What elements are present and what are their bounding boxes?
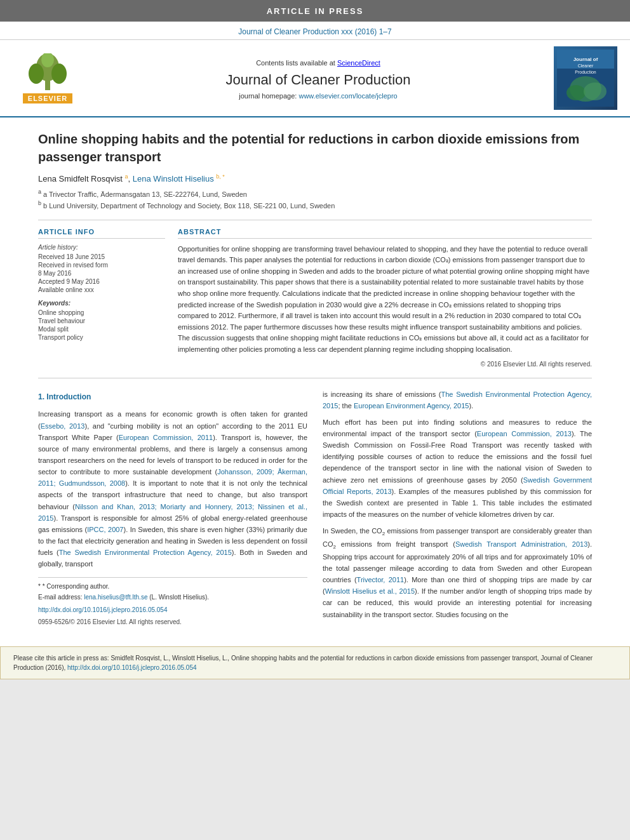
ref-ec2013[interactable]: European Commission, 2013 xyxy=(477,430,572,437)
received-date: Received 18 June 2015 xyxy=(38,253,165,260)
ref-sepa2015[interactable]: The Swedish Environmental Protection Age… xyxy=(59,549,232,556)
author1-sup: a xyxy=(125,173,128,180)
svg-point-2 xyxy=(29,63,44,84)
revised-label: Received in revised form xyxy=(38,262,165,269)
elsevier-label: ELSEVIER xyxy=(23,93,72,103)
author2-sup: b, * xyxy=(216,173,225,180)
main-content: Online shopping habits and the potential… xyxy=(0,117,630,640)
author1-name: Lena Smidfelt Rosqvist xyxy=(38,174,123,183)
svg-text:Production: Production xyxy=(575,70,596,74)
journal-header-line: Journal of Cleaner Production xxx (2016)… xyxy=(0,22,630,40)
issn-line: 0959-6526/© 2016 Elsevier Ltd. All right… xyxy=(38,617,307,628)
abstract-col: ABSTRACT Opportunities for online shoppi… xyxy=(178,228,592,368)
journal-title-center: Contents lists available at ScienceDirec… xyxy=(83,57,554,100)
keyword-4: Transport policy xyxy=(38,334,165,341)
ref-winslott[interactable]: Winslott Hiselius et al., 2015 xyxy=(325,587,415,595)
authors-line: Lena Smidfelt Rosqvist a, Lena Winslott … xyxy=(38,173,592,183)
footnote-section: * * Corresponding author. E-mail address… xyxy=(38,577,307,627)
sciencedirect-link[interactable]: ScienceDirect xyxy=(337,59,380,67)
cleaner-production-logo: Journal of Cleaner Production xyxy=(554,46,617,110)
accepted-date: Accepted 9 May 2016 xyxy=(38,278,165,285)
ref-trivector[interactable]: Trivector, 2011 xyxy=(357,576,405,583)
history-label: Article history: xyxy=(38,244,165,251)
article-info-heading: ARTICLE INFO xyxy=(38,228,165,239)
doi-link[interactable]: http://dx.doi.org/10.1016/j.jclepro.2016… xyxy=(38,605,307,616)
page-wrapper: ARTICLE IN PRESS Journal of Cleaner Prod… xyxy=(0,0,630,679)
article-in-press-banner: ARTICLE IN PRESS xyxy=(0,0,630,22)
svg-point-3 xyxy=(51,63,67,84)
citation-text: Please cite this article in press as: Sm… xyxy=(13,653,617,672)
body-para-right-3: In Sweden, the CO2 emissions from passen… xyxy=(323,525,592,620)
body-col-left: 1. Introduction Increasing transport as … xyxy=(38,389,307,628)
cp-logo-icon: Journal of Cleaner Production xyxy=(557,50,614,107)
keyword-2: Travel behaviour xyxy=(38,317,165,324)
svg-text:Cleaner: Cleaner xyxy=(578,63,594,68)
body-col-right: is increasing its share of emissions (Th… xyxy=(323,389,592,628)
citation-doi-link[interactable]: http://dx.doi.org/10.1016/j.jclepro.2016… xyxy=(67,664,196,671)
article-info-abstract-row: ARTICLE INFO Article history: Received 1… xyxy=(38,220,592,368)
svg-point-12 xyxy=(584,83,607,100)
author2-link[interactable]: Lena Winslott Hiselius xyxy=(133,174,217,183)
elsevier-logo: ELSEVIER xyxy=(13,53,83,103)
logo-title-row: ELSEVIER Contents lists available at Sci… xyxy=(0,40,630,117)
article-in-press-text: ARTICLE IN PRESS xyxy=(267,6,364,16)
body-para-left-1: Increasing transport as a means for econ… xyxy=(38,408,307,570)
keyword-3: Modal split xyxy=(38,326,165,333)
ref-eea[interactable]: European Environment Agency, 2015 xyxy=(354,402,469,410)
email-link[interactable]: lena.hiselius@tft.lth.se xyxy=(84,594,147,601)
available-online: Available online xxx xyxy=(38,286,165,293)
abstract-text: Opportunities for online shopping are tr… xyxy=(178,244,592,356)
journal-header-link[interactable]: Journal of Cleaner Production xxx (2016)… xyxy=(238,27,391,36)
ref-johansson[interactable]: Johansson, 2009; Åkerman, 2011; Gudmunds… xyxy=(38,468,307,487)
contents-text: Contents lists available at ScienceDirec… xyxy=(256,59,380,67)
ref-swedish-transport[interactable]: Swedish Transport Administration, 2013 xyxy=(455,540,587,548)
corresponding-author-note: * * Corresponding author. xyxy=(38,582,307,592)
journal-homepage-link[interactable]: www.elsevier.com/locate/jclepro xyxy=(298,92,397,100)
section1-heading: 1. Introduction xyxy=(38,391,307,404)
svg-text:Journal of: Journal of xyxy=(573,57,598,62)
abstract-copyright: © 2016 Elsevier Ltd. All rights reserved… xyxy=(178,361,592,368)
affiliation-a: a a Trivector Traffic, Ädermansgatan 13,… xyxy=(38,189,592,198)
article-title: Online shopping habits and the potential… xyxy=(38,130,592,166)
journal-homepage: journal homepage: www.elsevier.com/locat… xyxy=(83,92,554,100)
abstract-heading: ABSTRACT xyxy=(178,228,592,239)
email-footnote: E-mail address: lena.hiselius@tft.lth.se… xyxy=(38,592,307,603)
body-para-right-2: Much effort has been put into finding so… xyxy=(323,417,592,520)
keyword-1: Online shopping xyxy=(38,309,165,316)
revised-date: 8 May 2016 xyxy=(38,270,165,277)
ref-essebo[interactable]: Essebo, 2013 xyxy=(41,422,85,430)
journal-main-title: Journal of Cleaner Production xyxy=(83,72,554,88)
citation-banner: Please cite this article in press as: Sm… xyxy=(0,646,630,679)
affiliation-b: b b Lund University, Department of Techn… xyxy=(38,200,592,210)
body-divider xyxy=(38,378,592,378)
ref-ec2011[interactable]: European Commission, 2011 xyxy=(119,434,213,441)
keywords-label: Keywords: xyxy=(38,300,165,307)
body-two-col: 1. Introduction Increasing transport as … xyxy=(38,389,592,628)
body-para-right-1: is increasing its share of emissions (Th… xyxy=(323,389,592,411)
ref-swedish-gov[interactable]: Swedish Government Official Reports, 201… xyxy=(323,476,592,495)
elsevier-tree-icon xyxy=(22,53,73,91)
author2-name: Lena Winslott Hiselius xyxy=(133,174,214,183)
ref-nilsson[interactable]: Nilsson and Khan, 2013; Moriarty and Hon… xyxy=(38,503,307,522)
svg-point-11 xyxy=(566,85,586,100)
article-info-col: ARTICLE INFO Article history: Received 1… xyxy=(38,228,165,368)
ref-ipcc[interactable]: IPCC, 2007 xyxy=(87,526,123,533)
